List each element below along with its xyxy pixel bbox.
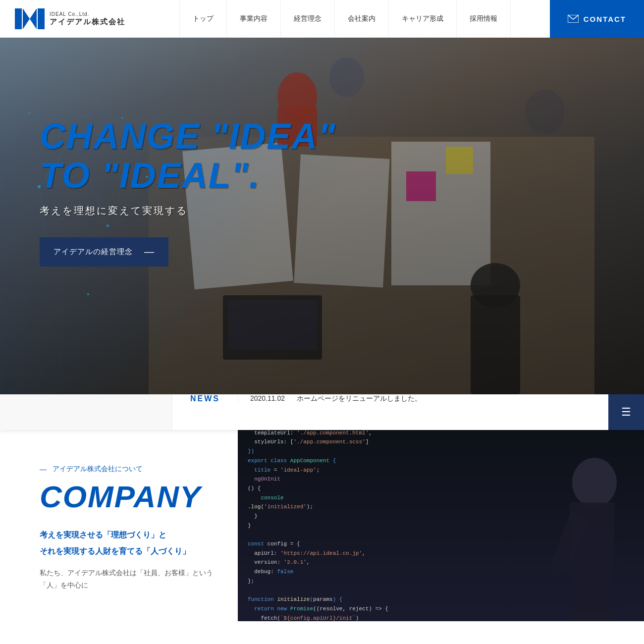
- news-spacer: [0, 394, 172, 430]
- company-left: アイデアル株式会社について COMPANY 考えを実現させる「理想づくり」と そ…: [0, 430, 238, 621]
- news-list-button[interactable]: ☰: [608, 394, 644, 430]
- section-title: COMPANY: [40, 482, 213, 512]
- news-text: ホームページをリニューアルしました。: [297, 394, 608, 430]
- logo-icon: [15, 8, 45, 29]
- nav-career[interactable]: キャリア形成: [389, 0, 457, 38]
- hero-title: CHANGE "IDEA" TO "IDEAL".: [40, 117, 336, 195]
- company-right-image: // application configuration import { Co…: [238, 430, 644, 621]
- svg-marker-2: [30, 8, 37, 29]
- person-silhouette: [515, 453, 644, 621]
- main-nav: トップ 事業内容 経営理念 会社案内 キャリア形成 採用情報: [140, 0, 550, 38]
- contact-button[interactable]: CONTACT: [550, 0, 644, 38]
- hero-subtitle: 考えを理想に変えて実現する: [40, 204, 336, 217]
- code-screen: // application configuration import { Co…: [238, 430, 644, 621]
- nav-recruit[interactable]: 採用情報: [457, 0, 511, 38]
- logo-area: IDEAL Co.,Ltd. アイデアル株式会社: [0, 8, 140, 29]
- arrow-icon: —: [144, 246, 155, 258]
- section-eyebrow: アイデアル株式会社について: [40, 465, 213, 474]
- header: IDEAL Co.,Ltd. アイデアル株式会社 トップ 事業内容 経営理念 会…: [0, 0, 644, 38]
- nav-business[interactable]: 事業内容: [227, 0, 281, 38]
- hero-content: CHANGE "IDEA" TO "IDEAL". 考えを理想に変えて実現する …: [40, 117, 336, 267]
- news-date: 2020.11.02: [238, 394, 297, 430]
- svg-marker-1: [23, 8, 30, 29]
- hero-cta-button[interactable]: アイデアルの経営理念 —: [40, 237, 168, 267]
- news-label: NEWS: [172, 394, 238, 403]
- nav-company[interactable]: 会社案内: [335, 0, 389, 38]
- svg-rect-3: [38, 8, 45, 29]
- person-svg: [515, 453, 644, 621]
- company-name-en: IDEAL Co.,Ltd.: [50, 11, 125, 17]
- list-icon: ☰: [621, 407, 631, 418]
- svg-point-32: [572, 458, 617, 507]
- mail-icon: [568, 15, 579, 23]
- company-subdescription: 私たち、アイデアル株式会社は「社員、お客様」という「人」を中心に: [40, 567, 213, 591]
- nav-philosophy[interactable]: 経営理念: [281, 0, 335, 38]
- nav-top[interactable]: トップ: [179, 0, 227, 38]
- hero-cta-label: アイデアルの経営理念: [54, 247, 133, 257]
- hero-section: CHANGE "IDEA" TO "IDEAL". 考えを理想に変えて実現する …: [0, 38, 644, 394]
- company-section: アイデアル株式会社について COMPANY 考えを実現させる「理想づくり」と そ…: [0, 430, 644, 621]
- company-description: 考えを実現させる「理想づくり」と それを実現する人財を育てる「人づくり」: [40, 528, 213, 559]
- company-name-jp: アイデアル株式会社: [50, 17, 125, 26]
- news-bar: NEWS 2020.11.02 ホームページをリニューアルしました。 ☰: [0, 394, 644, 430]
- svg-rect-0: [15, 8, 22, 29]
- logo-text: IDEAL Co.,Ltd. アイデアル株式会社: [50, 11, 125, 26]
